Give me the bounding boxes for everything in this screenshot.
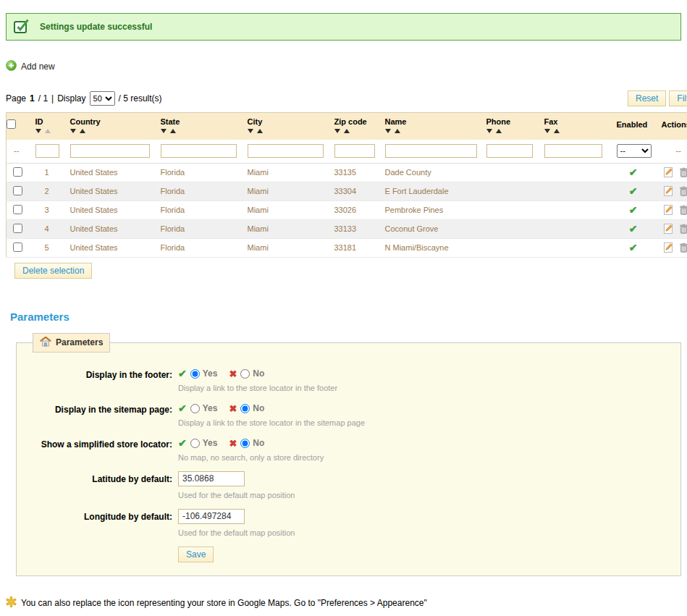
cell-state: Florida xyxy=(155,201,242,219)
filter-id-input[interactable] xyxy=(35,144,59,158)
parameters-heading: Parameters xyxy=(10,311,687,323)
simplified-yes-radio[interactable] xyxy=(190,439,200,448)
filter-fax-input[interactable] xyxy=(544,144,602,158)
per-page-select[interactable]: 50 xyxy=(90,91,115,106)
field-label: Longitude by default: xyxy=(24,509,172,537)
add-new-link[interactable]: Add new xyxy=(6,60,55,73)
simplified-no-radio[interactable] xyxy=(240,439,250,448)
longitude-input[interactable] xyxy=(178,509,245,524)
save-button[interactable]: Save xyxy=(178,547,214,562)
edit-icon[interactable] xyxy=(663,167,673,177)
table-row[interactable]: 4 United States Florida Miami 33133 Coco… xyxy=(7,219,687,238)
cell-name: Coconut Grove xyxy=(379,219,481,238)
filter-enabled-select[interactable]: -- xyxy=(617,144,652,158)
col-header-city: City xyxy=(242,113,329,140)
delete-icon[interactable] xyxy=(679,186,687,196)
cell-zip: 33026 xyxy=(329,201,379,219)
filter-country-input[interactable] xyxy=(70,144,150,158)
delete-icon[interactable] xyxy=(679,205,687,215)
yes-check-icon: ✔ xyxy=(178,403,187,413)
success-check-icon xyxy=(14,19,31,35)
col-header-name: Name xyxy=(379,113,481,140)
field-label: Latitude by default: xyxy=(24,471,172,499)
sort-desc-icon[interactable] xyxy=(385,129,391,133)
row-checkbox[interactable] xyxy=(13,205,22,214)
sort-desc-icon[interactable] xyxy=(35,129,41,133)
cell-state: Florida xyxy=(155,163,242,182)
sort-desc-icon[interactable] xyxy=(486,129,492,133)
col-header-actions: Actions xyxy=(656,113,687,140)
delete-selection-button[interactable]: Delete selection xyxy=(14,263,92,279)
row-checkbox[interactable] xyxy=(13,224,22,233)
enabled-check-icon[interactable]: ✔ xyxy=(629,185,638,197)
table-row[interactable]: 1 United States Florida Miami 33135 Dade… xyxy=(7,163,687,182)
cell-id: 4 xyxy=(30,219,64,238)
no-label: No xyxy=(253,403,264,413)
sort-desc-icon[interactable] xyxy=(248,129,253,133)
no-cross-icon: ✖ xyxy=(229,369,237,379)
form-row-footer: Display in the footer: ✔ Yes ✖ No Displa… xyxy=(24,367,673,392)
row-checkbox[interactable] xyxy=(13,242,22,252)
field-hint: Used for the default map position xyxy=(178,528,295,537)
cell-id: 2 xyxy=(30,182,64,201)
sort-desc-icon[interactable] xyxy=(161,129,167,133)
select-all-checkbox[interactable] xyxy=(7,119,16,129)
filter-city-input[interactable] xyxy=(248,144,324,158)
row-checkbox[interactable] xyxy=(13,186,22,195)
cell-name: Pembroke Pines xyxy=(379,201,481,219)
field-label: Show a simplified store locator: xyxy=(24,436,172,462)
edit-icon[interactable] xyxy=(663,242,673,253)
sort-asc-icon[interactable] xyxy=(395,129,400,133)
delete-icon[interactable] xyxy=(679,167,687,177)
sitemap-no-radio[interactable] xyxy=(240,404,250,413)
filter-name-input[interactable] xyxy=(385,144,477,158)
cell-city: Miami xyxy=(242,201,329,219)
add-new-label: Add new xyxy=(21,62,55,72)
edit-icon[interactable] xyxy=(663,186,673,196)
yes-label: Yes xyxy=(203,438,218,448)
sort-desc-icon[interactable] xyxy=(70,129,76,133)
enabled-check-icon[interactable]: ✔ xyxy=(629,242,638,253)
edit-icon[interactable] xyxy=(663,205,673,215)
reset-button[interactable]: Reset xyxy=(628,90,666,106)
sitemap-yes-radio[interactable] xyxy=(190,404,200,413)
latitude-input[interactable] xyxy=(178,471,245,486)
sort-desc-icon[interactable] xyxy=(544,129,550,133)
filter-zip-input[interactable] xyxy=(334,144,375,158)
sort-asc-icon[interactable] xyxy=(170,129,176,133)
delete-icon[interactable] xyxy=(679,242,687,253)
col-header-fax: Fax xyxy=(539,113,611,140)
footer-no-radio[interactable] xyxy=(240,369,250,379)
sort-asc-icon[interactable] xyxy=(45,129,51,133)
cell-country: United States xyxy=(64,182,155,201)
sort-asc-icon[interactable] xyxy=(80,129,85,133)
table-row[interactable]: 3 United States Florida Miami 33026 Pemb… xyxy=(7,201,687,219)
row-checkbox[interactable] xyxy=(13,167,22,177)
cell-state: Florida xyxy=(155,182,242,201)
no-cross-icon: ✖ xyxy=(229,439,237,448)
table-row[interactable]: 5 United States Florida Miami 33181 N Mi… xyxy=(7,238,687,257)
filter-button[interactable]: Filter xyxy=(669,90,687,106)
filter-state-input[interactable] xyxy=(161,144,237,158)
enabled-check-icon[interactable]: ✔ xyxy=(629,166,638,178)
cell-id: 1 xyxy=(30,163,64,182)
cell-city: Miami xyxy=(242,219,329,238)
filter-phone-input[interactable] xyxy=(486,144,533,158)
edit-icon[interactable] xyxy=(663,224,673,234)
footer-yes-radio[interactable] xyxy=(190,369,200,379)
checkbox-filter-dash: -- xyxy=(7,140,30,164)
sort-desc-icon[interactable] xyxy=(334,129,340,133)
sort-asc-icon[interactable] xyxy=(496,129,502,133)
cell-city: Miami xyxy=(242,163,329,182)
actions-filter-dash: -- xyxy=(656,140,687,164)
table-row[interactable]: 2 United States Florida Miami 33304 E Fo… xyxy=(7,182,687,201)
delete-icon[interactable] xyxy=(679,224,687,234)
sort-asc-icon[interactable] xyxy=(344,129,350,133)
sort-asc-icon[interactable] xyxy=(257,129,263,133)
enabled-check-icon[interactable]: ✔ xyxy=(629,223,638,235)
sort-asc-icon[interactable] xyxy=(554,129,560,133)
success-message: Settings update successful xyxy=(40,22,152,32)
footnote-text: You can also replace the icon representi… xyxy=(21,598,427,608)
cell-state: Florida xyxy=(155,219,242,238)
enabled-check-icon[interactable]: ✔ xyxy=(629,204,638,216)
